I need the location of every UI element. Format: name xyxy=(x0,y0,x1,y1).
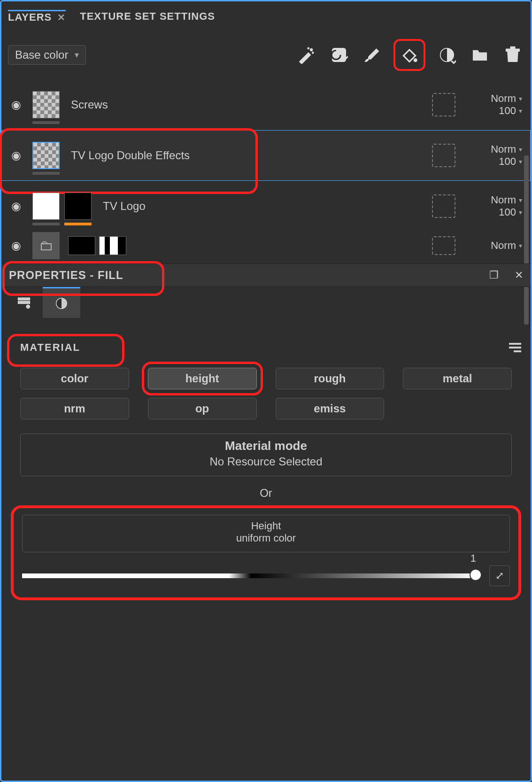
channel-selector[interactable]: Base color ▾ xyxy=(8,45,86,65)
height-slider[interactable] xyxy=(22,573,481,578)
chevron-down-icon: ▾ xyxy=(519,242,522,249)
opacity-select[interactable]: 100▾ xyxy=(468,206,522,218)
layer-thumb[interactable] xyxy=(32,91,60,118)
layer-thumb[interactable] xyxy=(32,142,60,169)
svg-rect-7 xyxy=(510,47,515,49)
tab-texture-set[interactable]: TEXTURE SET SETTINGS xyxy=(80,10,215,25)
layer-opacity-bar xyxy=(32,121,60,124)
channel-nrm[interactable]: nrm xyxy=(20,398,129,419)
svg-rect-8 xyxy=(18,298,30,300)
svg-point-4 xyxy=(414,59,417,62)
layer-row-screws[interactable]: ◉ Screws Norm▾ 100▾ xyxy=(1,79,531,130)
channel-selector-value: Base color xyxy=(15,48,68,62)
layer-opacity-bar xyxy=(32,172,60,175)
material-mode-label: Material mode xyxy=(21,439,511,453)
paint-bucket-icon[interactable] xyxy=(393,39,425,71)
chevron-down-icon: ▾ xyxy=(519,196,522,204)
channel-op[interactable]: op xyxy=(148,398,257,419)
layer-mask-slot[interactable] xyxy=(432,236,455,255)
magic-wand-icon[interactable] xyxy=(295,44,317,66)
layer-opacity-bar xyxy=(64,223,92,225)
blend-mode-select[interactable]: Norm▾ xyxy=(468,240,522,252)
app-root: LAYERS ✕ TEXTURE SET SETTINGS Base color… xyxy=(0,0,532,782)
height-label: Height xyxy=(23,520,509,532)
visibility-toggle[interactable]: ◉ xyxy=(8,98,24,111)
chevron-down-icon: ▾ xyxy=(519,209,522,216)
opacity-select[interactable]: 100▾ xyxy=(468,155,522,168)
channel-metal[interactable]: metal xyxy=(403,368,512,389)
folder-icon[interactable]: 🗀 xyxy=(32,232,60,259)
svg-rect-9 xyxy=(18,302,30,304)
chevron-down-icon: ▾ xyxy=(519,146,522,153)
layers-toolbar: Base color ▾ xyxy=(1,30,531,76)
chevron-down-icon: ▾ xyxy=(519,107,522,115)
layer-mask-thumb[interactable] xyxy=(64,193,92,220)
blend-mode-select[interactable]: Norm▾ xyxy=(468,194,522,206)
layer-thumb[interactable] xyxy=(32,193,60,220)
layer-name[interactable]: Screws xyxy=(68,98,424,111)
svg-point-2 xyxy=(312,52,314,54)
subtab-settings[interactable] xyxy=(5,287,43,318)
chevron-down-icon: ▾ xyxy=(75,50,79,60)
material-mode-box[interactable]: Material mode No Resource Selected xyxy=(20,434,512,476)
svg-point-0 xyxy=(310,49,313,51)
blend-mode-select[interactable]: Norm▾ xyxy=(468,93,522,105)
or-label: Or xyxy=(1,486,531,501)
layer-mask-slot[interactable] xyxy=(432,93,455,116)
height-box[interactable]: Height uniform color xyxy=(22,515,510,552)
layer-thumb[interactable] xyxy=(68,236,95,255)
channel-rough[interactable]: rough xyxy=(276,368,385,389)
reset-icon[interactable]: ⤢ xyxy=(489,565,510,586)
opacity-select[interactable]: 100▾ xyxy=(468,105,522,117)
material-menu-icon[interactable] xyxy=(509,343,521,352)
layer-name[interactable]: TV Logo xyxy=(100,200,424,213)
properties-header: PROPERTIES - FILL ❐ ✕ xyxy=(1,263,531,287)
folder-icon[interactable] xyxy=(469,44,491,66)
reload-checked-icon[interactable] xyxy=(328,44,350,66)
undock-icon[interactable]: ❐ xyxy=(489,269,499,281)
visibility-toggle[interactable]: ◉ xyxy=(8,149,24,162)
properties-subtabs xyxy=(1,287,531,318)
chevron-down-icon: ▾ xyxy=(519,158,522,165)
height-sublabel: uniform color xyxy=(23,532,509,544)
subtab-material[interactable] xyxy=(43,287,80,318)
svg-point-10 xyxy=(26,305,30,309)
svg-point-1 xyxy=(308,47,309,49)
tab-texture-label: TEXTURE SET SETTINGS xyxy=(80,10,215,23)
visibility-toggle[interactable]: ◉ xyxy=(8,200,24,213)
layer-row-tv-logo-double-effects[interactable]: ◉ TV Logo Double Effects Norm▾ 100▾ xyxy=(1,130,531,181)
channel-height[interactable]: height xyxy=(148,368,257,389)
height-panel: Height uniform color 1 ⤢ xyxy=(11,505,521,600)
channel-emiss[interactable]: emiss xyxy=(276,398,385,419)
material-mode-value: No Resource Selected xyxy=(21,455,511,468)
layer-row-folder[interactable]: ◉ 🗀 Norm▾ xyxy=(1,232,531,260)
properties-title: PROPERTIES - FILL xyxy=(9,269,123,282)
chevron-down-icon: ▾ xyxy=(519,95,522,102)
trash-icon[interactable] xyxy=(501,44,524,66)
layer-opacity-bar xyxy=(32,223,60,225)
material-header: MATERIAL xyxy=(1,332,531,363)
layer-row-tv-logo[interactable]: ◉ TV Logo Norm▾ 100▾ xyxy=(1,181,531,232)
close-icon[interactable]: ✕ xyxy=(57,12,66,23)
panel-tabs: LAYERS ✕ TEXTURE SET SETTINGS xyxy=(1,1,531,30)
layers-list: ◉ Screws Norm▾ 100▾ ◉ TV Logo Double Eff… xyxy=(1,76,531,263)
tab-layers[interactable]: LAYERS ✕ xyxy=(8,10,66,26)
blend-mode-select[interactable]: Norm▾ xyxy=(468,143,522,155)
layer-mask-slot[interactable] xyxy=(432,194,455,218)
height-slider-row: 1 ⤢ xyxy=(22,565,510,586)
close-icon[interactable]: ✕ xyxy=(515,269,523,281)
tab-layers-label: LAYERS xyxy=(8,11,52,23)
layer-name[interactable]: TV Logo Double Effects xyxy=(68,149,424,162)
layer-thumb[interactable] xyxy=(99,236,126,255)
visibility-toggle[interactable]: ◉ xyxy=(8,239,24,252)
layer-blend-controls: Norm▾ 100▾ xyxy=(468,143,524,168)
material-channels: color height rough metal nrm op emiss xyxy=(1,363,531,424)
layer-tool-icons xyxy=(295,39,524,71)
layers-scrollbar[interactable] xyxy=(524,155,529,325)
height-value: 1 xyxy=(470,552,476,565)
channel-color[interactable]: color xyxy=(20,368,129,389)
smart-material-icon[interactable] xyxy=(436,44,458,66)
layer-mask-slot[interactable] xyxy=(432,144,455,167)
brush-icon[interactable] xyxy=(361,44,383,66)
slider-handle[interactable] xyxy=(470,570,481,580)
